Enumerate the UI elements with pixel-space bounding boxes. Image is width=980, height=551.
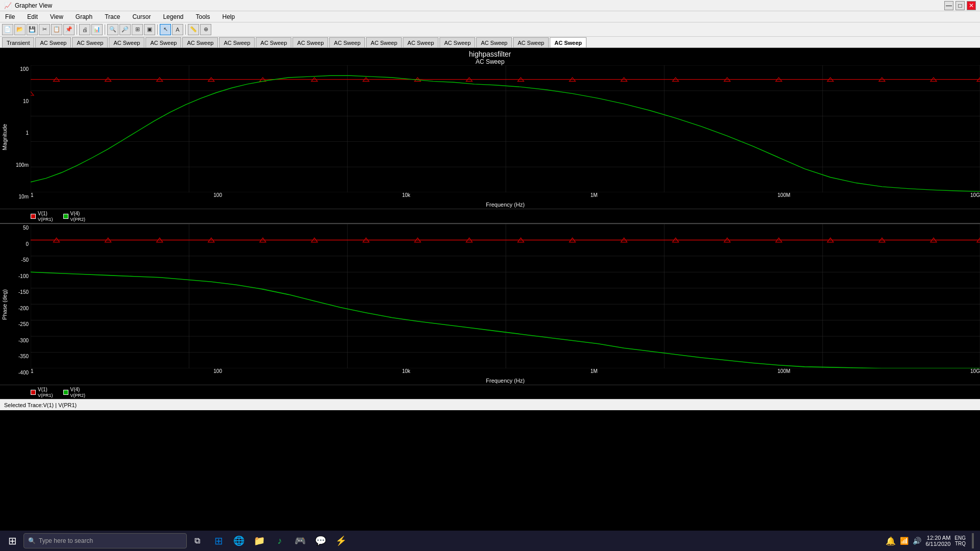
toolbar-zoom-out[interactable]: 🔎 (119, 24, 131, 35)
taskbar-date: 6/11/2020 (925, 541, 950, 547)
tab-ac-sweep-8[interactable]: AC Sweep (292, 37, 328, 47)
toolbar-save[interactable]: 💾 (27, 24, 38, 35)
menu-help[interactable]: Help (219, 12, 238, 21)
menu-cursor[interactable]: Cursor (129, 12, 154, 21)
phase-chart: Phase (deg) 50 0 -50 -100 -150 -200 -250… (0, 224, 980, 385)
phase-x-tick-10k: 10k (402, 368, 410, 377)
tab-ac-sweep-5[interactable]: AC Sweep (182, 37, 218, 47)
y-tick-100: 100 (20, 66, 29, 72)
taskbar: ⊞ 🔍 Type here to search ⧉ ⊞ 🌐 📁 ♪ 🎮 💬 ⚡ … (0, 531, 980, 551)
title-bar: 📈 Grapher View — □ ✕ (0, 0, 980, 11)
legend2-item-v1: V(1)V(PR1) (31, 387, 53, 398)
toolbar-cut[interactable]: ✂ (39, 24, 50, 35)
toolbar-paste[interactable]: 📌 (63, 24, 75, 35)
phase-x-tick-1m: 1M (591, 368, 598, 377)
toolbar-open[interactable]: 📂 (14, 24, 26, 35)
phase-y-0: 0 (26, 241, 29, 247)
legend2-label-v4: V(4)V(PR2) (70, 387, 86, 398)
magnitude-chart: highpassfilter AC Sweep Magnitude 100 10… (0, 48, 980, 209)
menu-trace[interactable]: Trace (102, 12, 123, 21)
taskbar-right: 🔔 📶 🔊 12:20 AM 6/11/2020 ENG TRQ (886, 533, 978, 548)
tab-ac-sweep-11[interactable]: AC Sweep (403, 37, 438, 47)
y-tick-100m: 100m (16, 162, 29, 168)
y-tick-10m: 10m (19, 194, 29, 199)
menu-edit[interactable]: Edit (24, 12, 41, 21)
start-button[interactable]: ⊞ (2, 532, 22, 550)
tab-transient[interactable]: Transient (2, 37, 34, 47)
taskbar-app-windows[interactable]: ⊞ (209, 532, 228, 550)
toolbar-copy[interactable]: 📋 (51, 24, 62, 35)
tab-ac-sweep-9[interactable]: AC Sweep (329, 37, 365, 47)
taskbar-notifications[interactable]: 🔔 (886, 536, 896, 546)
phase-y-n350: -350 (18, 354, 29, 359)
taskbar-search[interactable]: 🔍 Type here to search (23, 533, 187, 548)
phase-y-n200: -200 (18, 306, 29, 311)
magnitude-svg[interactable] (31, 65, 980, 192)
title-bar-controls[interactable]: — □ ✕ (944, 1, 976, 10)
tab-ac-sweep-6[interactable]: AC Sweep (219, 37, 255, 47)
toolbar-zoom-rect[interactable]: ▣ (144, 24, 155, 35)
toolbar-export[interactable]: 📊 (91, 24, 103, 35)
minimize-button[interactable]: — (944, 1, 953, 10)
x-tick-100m: 100M (777, 192, 790, 201)
menu-bar: File Edit View Graph Trace Cursor Legend… (0, 11, 980, 22)
toolbar-measure[interactable]: 📏 (188, 24, 199, 35)
graph-area: highpassfilter AC Sweep Magnitude 100 10… (0, 48, 980, 399)
legend-color-v1 (31, 214, 36, 219)
tab-ac-sweep-14[interactable]: AC Sweep (513, 37, 549, 47)
taskbar-clock-area[interactable]: 12:20 AM 6/11/2020 (925, 535, 950, 547)
menu-legend[interactable]: Legend (160, 12, 186, 21)
status-text: Selected Trace:V(1) | V(PR1) (4, 402, 77, 408)
taskbar-volume[interactable]: 🔊 (913, 537, 921, 545)
x-tick-1m: 1M (591, 192, 598, 201)
chart-subtitle: AC Sweep (0, 58, 980, 65)
taskbar-app-explorer[interactable]: 📁 (250, 532, 268, 550)
menu-file[interactable]: File (2, 12, 18, 21)
toolbar-select[interactable]: ↖ (160, 24, 171, 35)
taskbar-show-desktop[interactable] (972, 533, 974, 548)
toolbar-new[interactable]: 📄 (2, 24, 13, 35)
taskbar-app-spotify[interactable]: ♪ (271, 532, 289, 550)
legend-item-v1: V(1)V(PR1) (31, 211, 53, 222)
menu-view[interactable]: View (47, 12, 66, 21)
taskbar-app-steam[interactable]: 🎮 (291, 532, 309, 550)
task-view-button[interactable]: ⧉ (188, 532, 206, 550)
phase-x-tick-1: 1 (31, 368, 34, 377)
tab-ac-sweep-13[interactable]: AC Sweep (476, 37, 512, 47)
tab-ac-sweep-15[interactable]: AC Sweep (550, 37, 586, 47)
tab-ac-sweep-3[interactable]: AC Sweep (109, 37, 144, 47)
legend-item-v4: V(4)V(PR2) (63, 211, 86, 222)
menu-graph[interactable]: Graph (72, 12, 95, 21)
phase-svg[interactable] (31, 224, 980, 368)
menu-tools[interactable]: Tools (192, 12, 213, 21)
toolbar-sep4 (185, 24, 186, 35)
toolbar-cursor[interactable]: ⊕ (200, 24, 211, 35)
close-button[interactable]: ✕ (967, 1, 976, 10)
title-bar-left: 📈 Grapher View (4, 2, 52, 9)
maximize-button[interactable]: □ (955, 1, 965, 10)
toolbar-text[interactable]: A (172, 24, 183, 35)
legend2-color-v4 (63, 390, 68, 395)
taskbar-app-discord[interactable]: 💬 (311, 532, 330, 550)
search-icon: 🔍 (28, 537, 36, 544)
tab-ac-sweep-4[interactable]: AC Sweep (145, 37, 181, 47)
toolbar-zoom-in[interactable]: 🔍 (107, 24, 118, 35)
tab-ac-sweep-7[interactable]: AC Sweep (256, 37, 291, 47)
legend2-color-v1 (31, 390, 36, 395)
toolbar-print[interactable]: 🖨 (79, 24, 90, 35)
taskbar-network[interactable]: 📶 (900, 537, 909, 545)
taskbar-app-chrome[interactable]: 🌐 (230, 532, 248, 550)
chart-title: highpassfilter AC Sweep (0, 48, 980, 65)
x-tick-10k: 10k (402, 192, 410, 201)
tab-ac-sweep-12[interactable]: AC Sweep (439, 37, 475, 47)
tab-bar: Transient AC Sweep AC Sweep AC Sweep AC … (0, 37, 980, 48)
taskbar-app-other[interactable]: ⚡ (332, 532, 350, 550)
search-placeholder: Type here to search (39, 537, 93, 544)
tab-ac-sweep-2[interactable]: AC Sweep (72, 37, 108, 47)
phase-y-n300: -300 (18, 338, 29, 343)
phase-x-tick-10g: 10G (970, 368, 980, 377)
taskbar-lang: ENG TRQ (954, 535, 966, 546)
tab-ac-sweep-10[interactable]: AC Sweep (366, 37, 402, 47)
toolbar-zoom-fit[interactable]: ⊞ (132, 24, 143, 35)
tab-ac-sweep-1[interactable]: AC Sweep (35, 37, 71, 47)
